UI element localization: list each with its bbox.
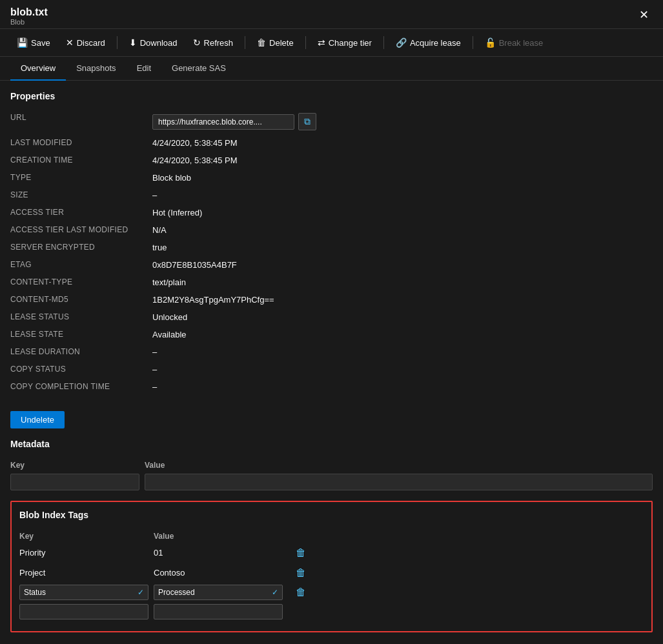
etag-label: ETAG bbox=[10, 256, 152, 274]
metadata-key-header: Key bbox=[10, 461, 139, 470]
access-tier-value: Hot (Inferred) bbox=[152, 204, 653, 221]
delete-tag-priority-button[interactable]: 🗑 bbox=[288, 546, 314, 560]
properties-grid: URL ⧉ LAST MODIFIED 4/24/2020, 5:38:45 P… bbox=[10, 109, 653, 396]
server-encrypted-value: true bbox=[152, 239, 653, 256]
type-value: Block blob bbox=[152, 169, 653, 186]
metadata-header: Key Value bbox=[10, 457, 653, 474]
url-label: URL bbox=[10, 109, 152, 134]
tab-edit[interactable]: Edit bbox=[127, 57, 161, 81]
tag-new-key-input[interactable] bbox=[24, 607, 144, 616]
download-button[interactable]: ⬇ Download bbox=[123, 34, 184, 51]
tags-key-header: Key bbox=[19, 532, 148, 541]
tab-generate-sas[interactable]: Generate SAS bbox=[161, 57, 236, 81]
tag-status-key-check: ✓ bbox=[138, 588, 144, 597]
tags-header: Key Value bbox=[19, 528, 644, 545]
metadata-value-header: Value bbox=[145, 461, 653, 470]
lease-duration-value: – bbox=[152, 343, 653, 361]
lease-status-value: Unlocked bbox=[152, 308, 653, 326]
tag-row-status: ✓ ✓ 🗑 bbox=[19, 585, 644, 600]
tag-value-priority: 01 bbox=[154, 545, 283, 561]
tag-value-project: Contoso bbox=[154, 565, 283, 581]
server-encrypted-label: SERVER ENCRYPTED bbox=[10, 239, 152, 256]
acquire-lease-button[interactable]: 🔗 Acquire lease bbox=[389, 34, 467, 51]
tag-row-new bbox=[19, 604, 644, 619]
blob-tags-title: Blob Index Tags bbox=[19, 510, 644, 520]
lease-state-label: LEASE STATE bbox=[10, 326, 152, 343]
last-modified-value: 4/24/2020, 5:38:45 PM bbox=[152, 134, 653, 152]
tag-key-project: Project bbox=[19, 565, 148, 581]
tab-overview[interactable]: Overview bbox=[10, 57, 66, 81]
metadata-section-title: Metadata bbox=[10, 439, 653, 449]
etag-value: 0x8D7E8B1035A4B7F bbox=[152, 256, 653, 274]
content-md5-value: 1B2M2Y8AsgTpgAmY7PhCfg== bbox=[152, 291, 653, 308]
metadata-input-row bbox=[10, 474, 653, 490]
acquire-lease-icon: 🔗 bbox=[396, 37, 407, 48]
discard-button[interactable]: ✕ Discard bbox=[59, 34, 112, 51]
content-md5-label: CONTENT-MD5 bbox=[10, 291, 152, 308]
blob-name: blob.txt bbox=[10, 6, 48, 18]
access-tier-label: ACCESS TIER bbox=[10, 204, 152, 221]
tag-new-value-input[interactable] bbox=[158, 607, 278, 616]
access-tier-modified-label: ACCESS TIER LAST MODIFIED bbox=[10, 221, 152, 239]
close-button[interactable]: ✕ bbox=[635, 6, 653, 23]
tab-snapshots[interactable]: Snapshots bbox=[66, 57, 126, 81]
separator-5 bbox=[473, 36, 473, 49]
discard-icon: ✕ bbox=[66, 37, 74, 48]
separator-1 bbox=[117, 36, 117, 49]
metadata-value-input[interactable] bbox=[145, 474, 653, 490]
url-value: ⧉ bbox=[152, 109, 653, 134]
lease-duration-label: LEASE DURATION bbox=[10, 343, 152, 361]
copy-completion-label: COPY COMPLETION TIME bbox=[10, 378, 152, 396]
tag-status-key-input[interactable] bbox=[24, 588, 135, 597]
delete-icon: 🗑 bbox=[257, 37, 266, 48]
separator-4 bbox=[383, 36, 384, 49]
separator-2 bbox=[245, 36, 245, 49]
refresh-icon: ↻ bbox=[193, 37, 201, 48]
access-tier-modified-value: N/A bbox=[152, 221, 653, 239]
change-tier-icon: ⇄ bbox=[318, 37, 325, 48]
save-icon: 💾 bbox=[17, 37, 28, 48]
tag-status-value-container: ✓ bbox=[154, 585, 283, 600]
blob-type: Blob bbox=[10, 18, 48, 26]
download-icon: ⬇ bbox=[129, 37, 137, 48]
break-lease-button[interactable]: 🔓 Break lease bbox=[478, 34, 550, 51]
properties-section-title: Properties bbox=[10, 91, 653, 101]
title-bar: blob.txt Blob ✕ bbox=[0, 0, 663, 29]
creation-time-value: 4/24/2020, 5:38:45 PM bbox=[152, 152, 653, 169]
content-type-label: CONTENT-TYPE bbox=[10, 274, 152, 291]
content-type-value: text/plain bbox=[152, 274, 653, 291]
type-label: TYPE bbox=[10, 169, 152, 186]
blob-index-tags-section: Blob Index Tags Key Value Priority 01 🗑 … bbox=[10, 501, 653, 632]
save-button[interactable]: 💾 Save bbox=[10, 34, 57, 51]
size-label: SIZE bbox=[10, 186, 152, 204]
change-tier-button[interactable]: ⇄ Change tier bbox=[311, 34, 378, 51]
tag-new-key-container bbox=[19, 604, 148, 619]
metadata-key-input[interactable] bbox=[10, 474, 139, 490]
delete-tag-project-button[interactable]: 🗑 bbox=[288, 566, 314, 580]
toolbar: 💾 Save ✕ Discard ⬇ Download ↻ Refresh 🗑 … bbox=[0, 29, 663, 57]
delete-button[interactable]: 🗑 Delete bbox=[250, 34, 300, 51]
url-input[interactable] bbox=[152, 114, 294, 130]
tag-status-value-check: ✓ bbox=[272, 588, 278, 597]
title-info: blob.txt Blob bbox=[10, 6, 48, 26]
copy-status-label: COPY STATUS bbox=[10, 361, 152, 378]
tag-row-priority: Priority 01 🗑 bbox=[19, 545, 644, 561]
content-area: Properties URL ⧉ LAST MODIFIED 4/24/2020… bbox=[0, 81, 663, 644]
metadata-section: Metadata Key Value bbox=[10, 439, 653, 490]
copy-status-value: – bbox=[152, 361, 653, 378]
refresh-button[interactable]: ↻ Refresh bbox=[187, 34, 240, 51]
last-modified-label: LAST MODIFIED bbox=[10, 134, 152, 152]
tags-value-header: Value bbox=[154, 532, 283, 541]
tag-row-project: Project Contoso 🗑 bbox=[19, 565, 644, 581]
delete-tag-status-button[interactable]: 🗑 bbox=[288, 585, 314, 599]
separator-3 bbox=[305, 36, 306, 49]
tag-status-key-container: ✓ bbox=[19, 585, 148, 600]
lease-state-value: Available bbox=[152, 326, 653, 343]
break-lease-icon: 🔓 bbox=[485, 37, 496, 48]
tag-key-priority: Priority bbox=[19, 545, 148, 561]
undelete-button[interactable]: Undelete bbox=[10, 411, 65, 428]
copy-url-button[interactable]: ⧉ bbox=[298, 113, 316, 130]
tag-status-value-input[interactable] bbox=[158, 588, 269, 597]
tag-new-value-container bbox=[154, 604, 283, 619]
creation-time-label: CREATION TIME bbox=[10, 152, 152, 169]
